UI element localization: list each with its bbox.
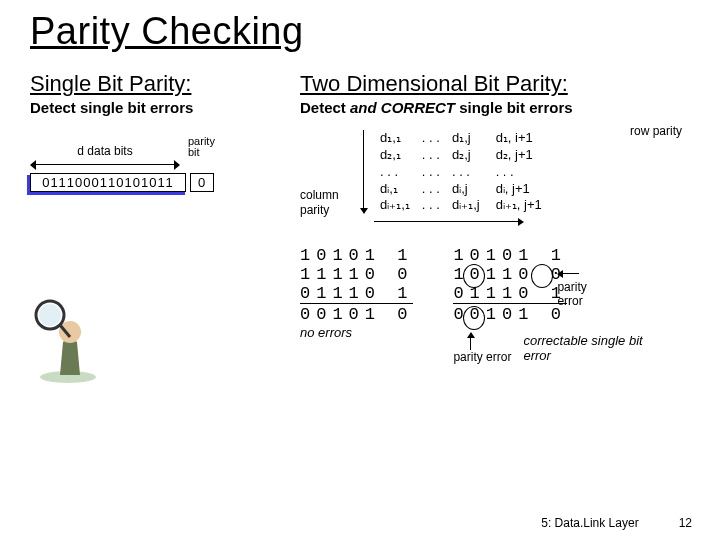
data-bits-box: 0111000110101011 xyxy=(30,173,186,192)
column-parity-label: column parity xyxy=(300,188,355,218)
single-bit-heading: Single Bit Parity: xyxy=(30,71,280,97)
page-number: 12 xyxy=(679,516,692,530)
slide-footer: 5: Data.Link Layer 12 xyxy=(541,516,692,530)
two-d-desc: Detect and CORRECT single bit errors xyxy=(300,99,690,116)
with-error-block: 10101 1 10110 0 01110 1 00101 0 parity e… xyxy=(453,246,566,324)
two-d-heading: Two Dimensional Bit Parity: xyxy=(300,71,690,97)
arrow-right-icon xyxy=(374,218,524,226)
no-error-block: 10101 1 11110 0 01110 1 00101 0 no error… xyxy=(300,246,413,340)
single-bit-parity-section: Single Bit Parity: Detect single bit err… xyxy=(30,71,280,387)
d-data-bits-label: d data bits xyxy=(30,144,180,158)
magnifier-person-icon xyxy=(30,287,110,387)
slide-title: Parity Checking xyxy=(30,10,690,53)
desc-pre: Detect xyxy=(300,99,350,116)
double-arrow-icon xyxy=(30,160,180,170)
parity-bit-label: parity bit xyxy=(188,136,228,158)
desc-em: and CORRECT xyxy=(350,99,455,116)
parity-error-row-annotation: parity error xyxy=(557,266,586,308)
parity-bit-box: 0 xyxy=(190,173,214,192)
parity-error-col-annotation: parity error xyxy=(453,332,511,364)
correctable-caption: correctable single bit error xyxy=(523,333,643,363)
col-parity-error-circle-icon xyxy=(463,306,485,330)
two-d-parity-section: Two Dimensional Bit Parity: Detect and C… xyxy=(300,71,690,387)
row-parity-label: row parity xyxy=(630,124,690,139)
arrow-down-icon xyxy=(360,130,368,214)
parity-matrix-diagram: row parity column parity d₁,₁. . .d₁,jd₁… xyxy=(300,130,690,230)
desc-post: single bit errors xyxy=(455,99,573,116)
single-bit-desc: Detect single bit errors xyxy=(30,99,280,116)
no-errors-caption: no errors xyxy=(300,325,413,340)
parity-example-blocks: 10101 1 11110 0 01110 1 00101 0 no error… xyxy=(300,246,690,340)
svg-point-4 xyxy=(39,304,61,326)
single-parity-diagram: d data bits parity bit 0111000110101011 … xyxy=(30,136,280,197)
chapter-label: 5: Data.Link Layer xyxy=(541,516,638,530)
